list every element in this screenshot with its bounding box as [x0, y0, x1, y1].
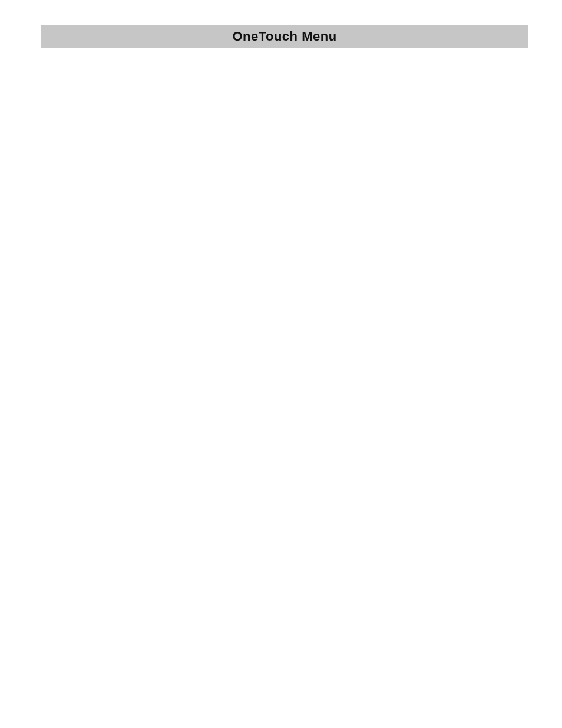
page-title: OneTouch Menu: [41, 25, 528, 48]
